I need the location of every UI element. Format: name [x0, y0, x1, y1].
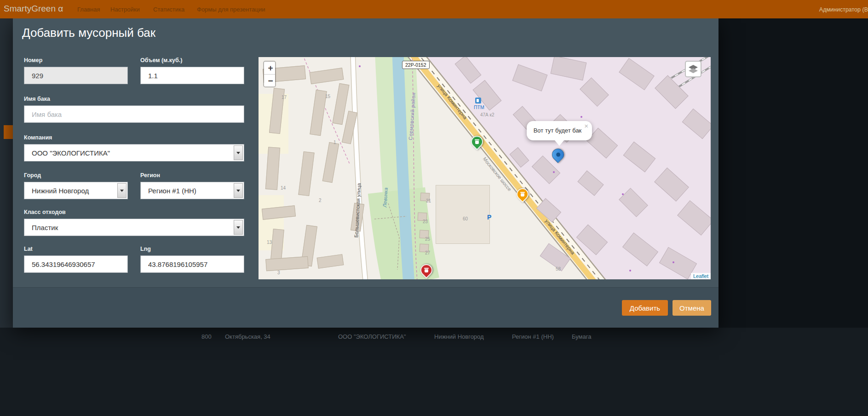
- chevron-down-icon[interactable]: [234, 183, 243, 198]
- page-background-right: [719, 18, 868, 328]
- house-number: 23: [423, 219, 428, 224]
- table-cell: Регион #1 (НН): [512, 333, 554, 340]
- lat-label: Lat: [24, 246, 128, 252]
- house-number: 17: [282, 95, 287, 100]
- field-region: Регион Регион #1 (НН): [140, 172, 244, 199]
- map-popup: Вот тут будет бак ×: [527, 121, 592, 140]
- volume-input[interactable]: [140, 67, 244, 84]
- nav-item-settings[interactable]: Настройки: [110, 6, 140, 13]
- zoom-out-button[interactable]: −: [264, 74, 276, 87]
- zoom-control: + −: [263, 61, 276, 87]
- lat-input[interactable]: [24, 255, 128, 273]
- house-number-layer: 17151142133212325276058: [259, 57, 711, 279]
- field-lat: Lat: [24, 246, 128, 273]
- table-cell: ООО "ЭКОЛОГИСТИКА": [338, 333, 406, 340]
- house-number: 27: [425, 250, 430, 255]
- field-waste-class: Класс отходов Пластик: [24, 209, 244, 236]
- add-bin-modal: Добавить мусорный бак Номер Объем (м.куб…: [13, 18, 719, 328]
- nav-item-home[interactable]: Главная: [77, 6, 100, 13]
- house-number: 60: [463, 216, 468, 221]
- cancel-button[interactable]: Отмена: [673, 300, 711, 316]
- field-volume: Объем (м.куб.): [140, 57, 244, 84]
- house-number: 2: [319, 198, 322, 203]
- zoom-in-button[interactable]: +: [264, 62, 276, 74]
- trash-icon: [424, 268, 429, 272]
- fuel-station-label: ПТМ: [474, 104, 484, 110]
- submit-button[interactable]: Добавить: [622, 300, 668, 316]
- number-label: Номер: [24, 57, 128, 64]
- number-input[interactable]: [24, 67, 128, 84]
- user-menu[interactable]: Администратор (В: [819, 6, 868, 13]
- table-cell: Октябрьская, 34: [225, 333, 270, 340]
- house-number: 1: [333, 140, 336, 145]
- house-number-47a: 47А к2: [480, 112, 494, 117]
- table-cell: Бумага: [572, 333, 591, 340]
- waste-class-selected-value: Пластик: [32, 224, 58, 231]
- marker-dot: [556, 153, 560, 157]
- house-number: 15: [325, 94, 330, 99]
- table-cell: Нижний Новгород: [434, 333, 484, 340]
- page-background-bottom: 800Октябрьская, 34ООО "ЭКОЛОГИСТИКА"Нижн…: [0, 328, 868, 416]
- waste-class-label: Класс отходов: [24, 209, 244, 215]
- house-number: 3: [277, 270, 280, 275]
- trash-icon: [475, 139, 479, 144]
- field-city: Город Нижний Новгород: [24, 172, 128, 199]
- location-map[interactable]: 17151142133212325276058 улица Коминтерна…: [259, 57, 711, 279]
- screen: SmartyGreen α Главная Настройки Статисти…: [0, 0, 868, 416]
- region-select[interactable]: Регион #1 (НН): [140, 182, 244, 199]
- house-number: 21: [426, 198, 431, 203]
- company-label: Компания: [24, 134, 244, 141]
- field-company: Компания ООО "ЭКОЛОГИСТИКА": [24, 134, 244, 162]
- layers-control[interactable]: [685, 61, 701, 77]
- bin-name-input[interactable]: [24, 105, 244, 123]
- leaflet-attribution[interactable]: Leaflet: [691, 273, 711, 279]
- chevron-down-icon[interactable]: [117, 183, 126, 198]
- region-label: Регион: [140, 172, 244, 179]
- parking-label: P: [487, 214, 491, 221]
- table-cell: 800: [201, 333, 212, 340]
- company-selected-value: ООО "ЭКОЛОГИСТИКА": [32, 149, 110, 157]
- road-shield: 22Р-0152: [402, 61, 430, 69]
- popup-text: Вот тут будет бак: [527, 121, 592, 140]
- house-number: 13: [267, 240, 272, 245]
- city-select[interactable]: Нижний Новгород: [24, 182, 128, 199]
- field-number: Номер: [24, 57, 128, 84]
- modal-title: Добавить мусорный бак: [22, 26, 155, 40]
- chevron-down-icon[interactable]: [234, 220, 243, 235]
- page-background-left: [0, 18, 13, 328]
- trash-icon: [520, 192, 525, 196]
- company-select[interactable]: ООО "ЭКОЛОГИСТИКА": [24, 144, 244, 162]
- bin-name-label: Имя бака: [24, 96, 244, 102]
- house-number: 58: [556, 266, 561, 272]
- modal-footer: Добавить Отмена: [13, 287, 719, 328]
- city-selected-value: Нижний Новгород: [32, 187, 89, 195]
- field-lng: Lng: [140, 246, 244, 273]
- top-navbar: SmartyGreen α Главная Настройки Статисти…: [0, 0, 868, 18]
- volume-label: Объем (м.куб.): [140, 57, 244, 64]
- waste-class-select[interactable]: Пластик: [24, 219, 244, 236]
- lng-label: Lng: [140, 246, 244, 252]
- popup-close-icon[interactable]: ×: [584, 122, 588, 130]
- brand-logo[interactable]: SmartyGreen α: [4, 4, 63, 14]
- city-label: Город: [24, 172, 128, 179]
- chevron-down-icon[interactable]: [234, 145, 243, 160]
- field-bin-name: Имя бака: [24, 96, 244, 123]
- region-selected-value: Регион #1 (НН): [148, 187, 196, 195]
- house-number: 14: [281, 185, 286, 191]
- lng-input[interactable]: [140, 255, 244, 273]
- layers-icon: [688, 64, 698, 74]
- house-number: 25: [425, 237, 430, 242]
- popup-tail: [555, 140, 564, 146]
- background-button-fragment: [4, 125, 13, 139]
- nav-item-statistics[interactable]: Статистика: [153, 6, 184, 13]
- nav-item-presentation-forms[interactable]: Формы для презентации: [197, 6, 265, 13]
- fuel-station-icon: [475, 98, 481, 104]
